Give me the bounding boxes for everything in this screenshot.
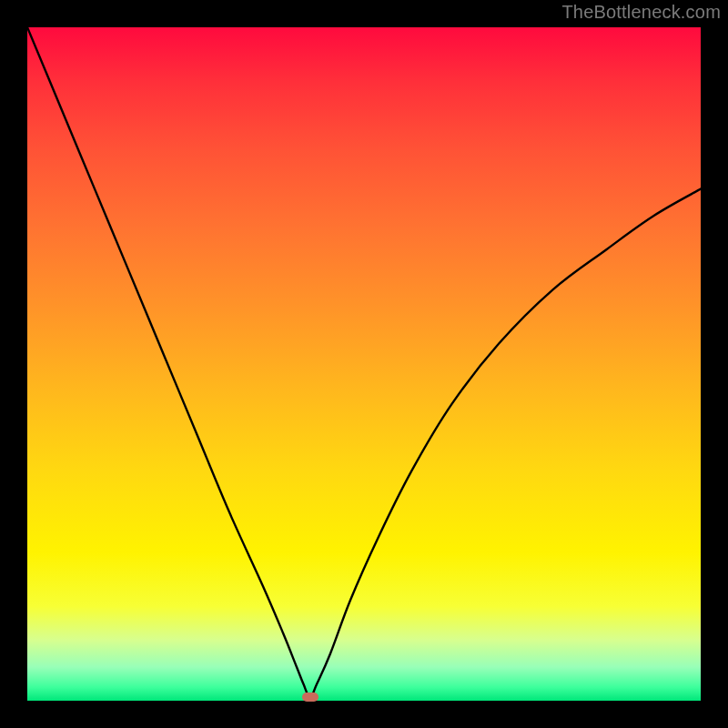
watermark-text: TheBottleneck.com: [561, 2, 721, 23]
chart-frame: TheBottleneck.com: [0, 0, 728, 728]
curve-path: [27, 27, 701, 697]
curve-svg: [27, 27, 701, 701]
optimum-marker: [302, 693, 318, 702]
plot-area: [27, 27, 701, 701]
